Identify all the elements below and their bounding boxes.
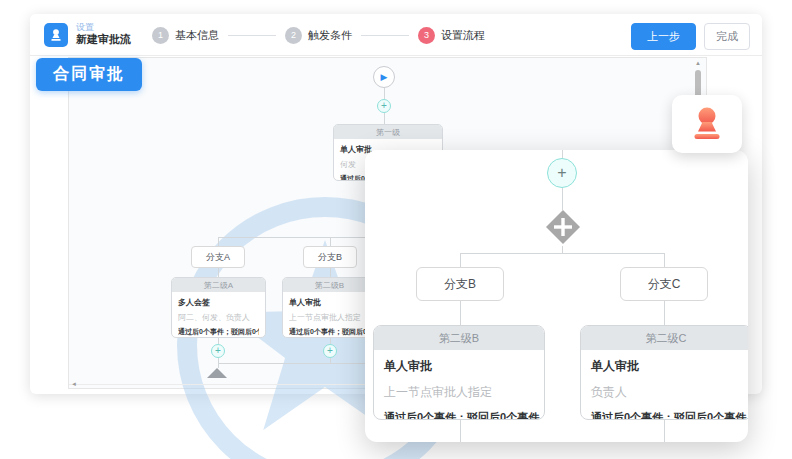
connector-line (218, 268, 219, 277)
connector-line (384, 113, 385, 124)
connector-line (562, 150, 563, 158)
connector-line (562, 188, 563, 210)
events-summary: 通过后0个事件；驳回后0个事件 (591, 410, 741, 420)
node-card-level2a[interactable]: 第二级A 多人会签 阿二、何发、负责人 通过后0个事件；驳回后0个事件 (171, 277, 266, 338)
app-logo-stamp-icon (44, 23, 68, 47)
add-node-plus-icon[interactable]: + (377, 99, 391, 113)
step-2-label: 触发条件 (308, 28, 352, 43)
node-card-level2b-title: 第二级B (374, 326, 544, 350)
stamp-card[interactable] (672, 95, 742, 153)
node-card-level1-title: 第一级 (334, 125, 442, 139)
contract-approval-tag[interactable]: 合同审批 (36, 58, 142, 91)
step-trigger-condition[interactable]: 2 触发条件 (285, 27, 352, 44)
previous-step-button[interactable]: 上一步 (631, 23, 696, 50)
approver-names: 阿二、何发、负责人 (178, 312, 259, 323)
step-3-circle-active: 3 (418, 27, 435, 44)
approval-type: 多人会签 (178, 297, 259, 308)
approval-type: 单人审批 (591, 358, 741, 375)
vertical-scrollbar-thumb[interactable] (695, 70, 701, 98)
connector-line (664, 301, 665, 325)
stamp-icon (689, 106, 725, 142)
connector-line (218, 237, 219, 246)
header-bar: 设置 新建审批流 1 基本信息 2 触发条件 3 设置流程 上一步 完成 (30, 14, 762, 56)
add-node-plus-icon[interactable]: + (211, 344, 225, 358)
connector-line (384, 88, 385, 99)
connector-line (460, 420, 461, 442)
node-card-level2a-body: 多人会签 阿二、何发、负责人 通过后0个事件；驳回后0个事件 (172, 292, 265, 338)
node-card-level2b[interactable]: 第二级B 单人审批 上一节点审批人指定 通过后0个事件；驳回后0个事件 (282, 277, 377, 338)
approver-rule: 上一节点审批人指定 (289, 312, 370, 323)
branch-b-button[interactable]: 分支B (303, 246, 357, 268)
approval-type: 单人审批 (384, 358, 534, 375)
merge-end-triangle (207, 368, 227, 378)
step-connector (361, 35, 409, 36)
header-titles: 设置 新建审批流 (76, 22, 131, 47)
stamp-icon (49, 28, 63, 42)
node-card-level2c-title: 第二级C (581, 326, 748, 350)
step-connector (228, 35, 276, 36)
step-set-process[interactable]: 3 设置流程 (418, 27, 485, 44)
add-node-plus-icon[interactable]: + (547, 158, 577, 188)
scroll-left-icon[interactable]: ◄ (71, 381, 77, 387)
done-button[interactable]: 完成 (704, 23, 750, 50)
events-summary: 通过后0个事件；驳回后0个事件 (178, 327, 259, 337)
branch-a-button[interactable]: 分支A (191, 246, 245, 268)
node-card-level2b-title: 第二级B (283, 278, 376, 292)
node-card-level2c-body: 单人审批 负责人 通过后0个事件；驳回后0个事件 (581, 350, 748, 420)
header-subtitle: 设置 (76, 22, 131, 33)
step-basic-info[interactable]: 1 基本信息 (152, 27, 219, 44)
approver-name: 负责人 (591, 384, 741, 401)
events-summary: 通过后0个事件；驳回后0个事件 (289, 327, 370, 337)
step-1-label: 基本信息 (175, 28, 219, 43)
events-summary: 通过后0个事件；驳回后0个事件 (384, 410, 534, 420)
start-node-play-icon[interactable]: ▶ (373, 66, 395, 88)
node-card-level2a-title: 第二级A (172, 278, 265, 292)
approval-type: 单人审批 (289, 297, 370, 308)
page-title: 新建审批流 (76, 33, 131, 47)
step-1-circle: 1 (152, 27, 169, 44)
node-card-level2b-body: 单人审批 上一节点审批人指定 通过后0个事件；驳回后0个事件 (283, 292, 376, 338)
node-card-level2b-body: 单人审批 上一节点审批人指定 通过后0个事件；驳回后0个事件 (374, 350, 544, 420)
connector-line (562, 246, 563, 253)
connector-line (460, 301, 461, 325)
node-card-level2b[interactable]: 第二级B 单人审批 上一节点审批人指定 通过后0个事件；驳回后0个事件 (373, 325, 545, 420)
add-node-plus-icon[interactable]: + (323, 344, 337, 358)
node-card-level2c[interactable]: 第二级C 单人审批 负责人 通过后0个事件；驳回后0个事件 (580, 325, 748, 420)
branch-b-button[interactable]: 分支B (416, 267, 504, 301)
connector-line (330, 237, 331, 246)
scroll-up-icon[interactable]: ▲ (695, 60, 701, 66)
step-wizard: 1 基本信息 2 触发条件 3 设置流程 (152, 14, 485, 56)
connector-line (330, 268, 331, 277)
zoom-detail-panel: + 分支B 分支C 第二级B 单人审批 上一节点审批人指定 通过后0个事件；驳回… (365, 150, 748, 442)
approver-rule: 上一节点审批人指定 (384, 384, 534, 401)
branch-c-button[interactable]: 分支C (620, 267, 708, 301)
connector-line (664, 420, 665, 442)
step-3-label: 设置流程 (441, 28, 485, 43)
step-2-circle: 2 (285, 27, 302, 44)
header-actions: 上一步 完成 (631, 23, 750, 50)
connector-line (460, 253, 461, 267)
connector-line (664, 253, 665, 267)
branch-split-line (460, 253, 664, 254)
condition-diamond-add-icon[interactable] (544, 208, 582, 246)
